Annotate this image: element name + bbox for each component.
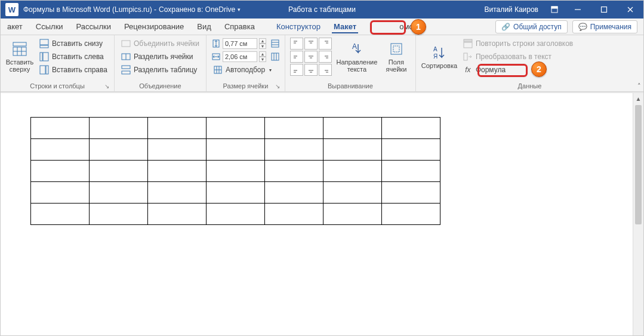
insert-above-label: Вставить сверху [5, 58, 34, 73]
insert-left-label: Вставить слева [52, 53, 104, 61]
insert-above-icon [11, 41, 28, 57]
svg-rect-14 [43, 53, 48, 61]
table-row [31, 161, 440, 182]
align-mid-center[interactable] [304, 51, 318, 63]
sort-icon: AЯ [431, 44, 448, 61]
autofit-dropdown-icon: ▾ [269, 67, 272, 73]
convert-text-icon [463, 52, 473, 61]
row-height-icon [211, 39, 221, 48]
group-alignment-label: Выравнивание [290, 81, 411, 91]
minimize-button[interactable] [565, 1, 591, 19]
svg-rect-12 [40, 45, 48, 48]
align-top-left[interactable] [290, 38, 303, 50]
col-width-control[interactable]: 2,06 см ▲▼ [211, 51, 280, 63]
split-table-icon [121, 65, 131, 75]
user-name[interactable]: Виталий Каиров [484, 5, 538, 14]
align-bot-right[interactable] [319, 64, 332, 76]
merge-cells-icon [121, 39, 131, 48]
sort-button[interactable]: AЯ Сортировка [421, 38, 458, 76]
share-button[interactable]: 🔗 Общий доступ [495, 20, 568, 33]
tab-review[interactable]: Рецензирование [118, 19, 190, 35]
align-mid-left[interactable] [290, 51, 303, 63]
saved-location[interactable]: Сохранено в: OneDrive [159, 5, 235, 14]
tab-constructor[interactable]: Конструктор [270, 19, 327, 35]
group-rows-columns-label: Строки и столбцы [30, 82, 85, 90]
merge-cells-button[interactable]: Объединить ячейки [119, 38, 201, 50]
tab-layout[interactable]: Макет [327, 19, 363, 35]
collapse-ribbon-icon[interactable]: ˄ [637, 82, 641, 90]
distribute-rows-icon[interactable] [270, 39, 280, 48]
split-table-label: Разделить таблицу [134, 66, 197, 74]
repeat-header-button[interactable]: Повторить строки заголовков [461, 38, 575, 50]
convert-text-label: Преобразовать в текст [476, 53, 551, 61]
comments-button[interactable]: 💬 Примечания [572, 20, 637, 33]
formula-button[interactable]: fx Формула [461, 64, 575, 76]
svg-rect-61 [464, 53, 467, 60]
svg-rect-20 [122, 66, 130, 69]
ribbon-display-options[interactable] [544, 1, 565, 19]
comments-label: Примечания [590, 23, 631, 31]
share-label: Общий доступ [513, 23, 562, 31]
align-top-center[interactable] [304, 38, 318, 50]
distribute-cols-icon[interactable] [270, 52, 280, 61]
vertical-scrollbar[interactable]: ▲ [633, 93, 643, 335]
convert-text-button[interactable]: Преобразовать в текст [461, 51, 575, 63]
cell-margins-label: Поля ячейки [382, 58, 411, 73]
svg-text:Я: Я [433, 53, 437, 60]
svg-rect-13 [40, 53, 42, 61]
align-top-right[interactable] [319, 38, 332, 50]
split-cells-label: Разделить ячейки [134, 53, 193, 61]
svg-rect-24 [272, 40, 279, 47]
insert-right-button[interactable]: Вставить справа [38, 64, 109, 76]
cell-size-launcher-icon[interactable]: ↘ [275, 83, 280, 90]
svg-rect-59 [464, 39, 472, 42]
insert-left-button[interactable]: Вставить слева [38, 51, 109, 63]
maximize-button[interactable] [591, 1, 617, 19]
cell-margins-button[interactable]: Поля ячейки [382, 38, 411, 76]
svg-text:A: A [433, 46, 437, 53]
group-cell-size-label: Размер ячейки [223, 82, 269, 90]
tab-help[interactable]: Справка [218, 19, 261, 35]
align-mid-right[interactable] [319, 51, 332, 63]
saved-dropdown-icon[interactable]: ▾ [238, 7, 241, 13]
tab-partial-left[interactable]: акет [1, 19, 29, 35]
document-area[interactable] [1, 93, 633, 335]
text-direction-icon: A [349, 41, 365, 57]
scroll-thumb[interactable] [635, 105, 642, 224]
document-table[interactable] [30, 117, 440, 225]
row-height-value[interactable]: 0,77 см [223, 38, 257, 49]
insert-below-button[interactable]: Вставить снизу [38, 38, 109, 50]
col-width-value[interactable]: 2,06 см [223, 51, 257, 62]
align-bot-center[interactable] [304, 64, 318, 76]
row-height-spinner[interactable]: ▲▼ [259, 38, 266, 49]
cell-margins-icon [388, 41, 405, 57]
text-direction-button[interactable]: A Направление текста [335, 38, 378, 76]
tab-links[interactable]: Ссылки [29, 19, 70, 35]
comments-icon: 💬 [578, 23, 587, 31]
svg-rect-56 [393, 46, 399, 52]
rows-cols-launcher-icon[interactable]: ↘ [104, 83, 109, 90]
word-window: W Формулы в Microsoft Word (Lumpics.ru) … [0, 0, 644, 336]
svg-rect-17 [122, 41, 130, 47]
page [1, 117, 490, 225]
group-merge: Объединить ячейки Разделить ячейки Разде… [115, 35, 207, 91]
col-width-spinner[interactable]: ▲▼ [259, 51, 266, 62]
tab-mailings[interactable]: Рассылки [70, 19, 118, 35]
svg-rect-29 [272, 53, 279, 60]
contextual-tab-title: Работа с таблицами [288, 5, 356, 14]
split-table-button[interactable]: Разделить таблицу [119, 64, 201, 76]
row-height-control[interactable]: 0,77 см ▲▼ [211, 38, 280, 50]
tab-view[interactable]: Вид [190, 19, 218, 35]
svg-rect-60 [464, 42, 472, 48]
scroll-up-icon[interactable]: ▲ [633, 93, 643, 104]
insert-left-icon [39, 52, 49, 61]
insert-below-icon [39, 39, 49, 48]
split-cells-button[interactable]: Разделить ячейки [119, 51, 201, 63]
insert-above-button[interactable]: Вставить сверху [5, 38, 34, 76]
close-button[interactable] [617, 1, 643, 19]
autofit-button[interactable]: Автоподбор ▾ [211, 64, 280, 76]
align-bot-left[interactable] [290, 64, 303, 76]
titlebar: W Формулы в Microsoft Word (Lumpics.ru) … [1, 1, 643, 19]
col-width-icon [211, 52, 221, 61]
svg-rect-15 [40, 66, 45, 74]
